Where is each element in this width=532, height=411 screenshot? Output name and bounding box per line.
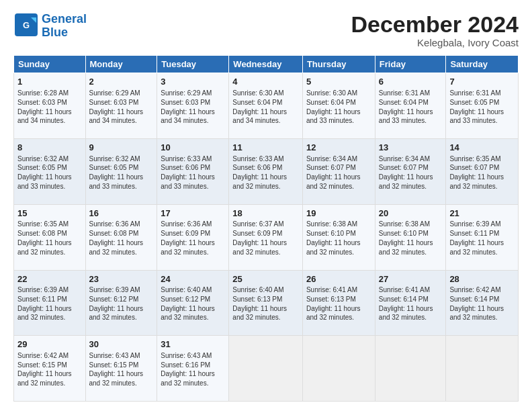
day-number: 4 [232,76,299,88]
calendar-cell: 22Sunrise: 6:39 AM Sunset: 6:11 PM Dayli… [14,270,86,336]
day-content: Sunrise: 6:28 AM Sunset: 6:03 PM Dayligh… [17,89,82,126]
day-number: 27 [379,273,443,285]
day-number: 23 [89,273,154,285]
day-content: Sunrise: 6:29 AM Sunset: 6:03 PM Dayligh… [161,89,225,126]
day-number: 8 [17,142,82,154]
day-content: Sunrise: 6:34 AM Sunset: 6:07 PM Dayligh… [306,154,371,191]
calendar-cell: 8Sunrise: 6:32 AM Sunset: 6:05 PM Daylig… [14,139,86,205]
day-content: Sunrise: 6:39 AM Sunset: 6:12 PM Dayligh… [89,285,154,322]
logo-icon: G [13,12,39,38]
calendar-cell: 17Sunrise: 6:36 AM Sunset: 6:09 PM Dayli… [157,204,229,270]
calendar-cell [375,336,446,402]
day-content: Sunrise: 6:38 AM Sunset: 6:10 PM Dayligh… [379,220,443,257]
day-number: 21 [449,208,515,220]
page: G General Blue December 2024 Kelegbala, … [0,0,532,411]
day-number: 28 [449,273,515,285]
calendar-cell: 30Sunrise: 6:43 AM Sunset: 6:15 PM Dayli… [85,336,157,402]
day-number: 1 [17,76,82,88]
calendar-cell [446,336,519,402]
logo: G General Blue [13,12,87,40]
calendar-cell: 2Sunrise: 6:29 AM Sunset: 6:03 PM Daylig… [85,73,157,139]
day-number: 19 [306,208,371,220]
calendar-cell: 16Sunrise: 6:36 AM Sunset: 6:08 PM Dayli… [85,204,157,270]
day-content: Sunrise: 6:33 AM Sunset: 6:06 PM Dayligh… [232,154,299,191]
day-content: Sunrise: 6:41 AM Sunset: 6:14 PM Dayligh… [379,285,443,322]
day-content: Sunrise: 6:32 AM Sunset: 6:05 PM Dayligh… [17,154,82,191]
calendar-cell: 29Sunrise: 6:42 AM Sunset: 6:15 PM Dayli… [14,336,86,402]
day-number: 15 [17,208,82,220]
day-number: 16 [89,208,154,220]
calendar-cell: 14Sunrise: 6:35 AM Sunset: 6:07 PM Dayli… [446,139,519,205]
day-number: 25 [232,273,299,285]
header-day-wednesday: Wednesday [229,56,303,73]
day-content: Sunrise: 6:43 AM Sunset: 6:15 PM Dayligh… [89,351,154,388]
day-content: Sunrise: 6:30 AM Sunset: 6:04 PM Dayligh… [306,89,371,126]
day-content: Sunrise: 6:43 AM Sunset: 6:16 PM Dayligh… [161,351,225,388]
header-day-sunday: Sunday [14,56,86,73]
logo-name-blue: Blue [42,26,87,40]
day-number: 12 [306,142,371,154]
calendar-cell [302,336,375,402]
day-number: 7 [449,76,515,88]
calendar-cell: 24Sunrise: 6:40 AM Sunset: 6:12 PM Dayli… [157,270,229,336]
calendar-cell: 25Sunrise: 6:40 AM Sunset: 6:13 PM Dayli… [229,270,303,336]
calendar-cell: 3Sunrise: 6:29 AM Sunset: 6:03 PM Daylig… [157,73,229,139]
header: G General Blue December 2024 Kelegbala, … [13,12,519,48]
day-number: 10 [161,142,225,154]
day-number: 29 [17,338,82,351]
calendar-cell: 28Sunrise: 6:42 AM Sunset: 6:14 PM Dayli… [446,270,519,336]
day-content: Sunrise: 6:39 AM Sunset: 6:11 PM Dayligh… [449,220,515,257]
week-row-2: 8Sunrise: 6:32 AM Sunset: 6:05 PM Daylig… [14,139,519,205]
day-content: Sunrise: 6:36 AM Sunset: 6:08 PM Dayligh… [89,220,154,257]
day-content: Sunrise: 6:38 AM Sunset: 6:10 PM Dayligh… [306,220,371,257]
header-row: SundayMondayTuesdayWednesdayThursdayFrid… [14,56,519,73]
day-content: Sunrise: 6:35 AM Sunset: 6:08 PM Dayligh… [17,220,82,257]
calendar-cell: 6Sunrise: 6:31 AM Sunset: 6:04 PM Daylig… [375,73,446,139]
day-content: Sunrise: 6:34 AM Sunset: 6:07 PM Dayligh… [379,154,443,191]
day-content: Sunrise: 6:29 AM Sunset: 6:03 PM Dayligh… [89,89,154,126]
calendar-cell: 13Sunrise: 6:34 AM Sunset: 6:07 PM Dayli… [375,139,446,205]
header-day-tuesday: Tuesday [157,56,229,73]
day-content: Sunrise: 6:36 AM Sunset: 6:09 PM Dayligh… [161,220,225,257]
day-number: 11 [232,142,299,154]
header-day-friday: Friday [375,56,446,73]
day-number: 26 [306,273,371,285]
calendar-cell: 20Sunrise: 6:38 AM Sunset: 6:10 PM Dayli… [375,204,446,270]
header-day-saturday: Saturday [446,56,519,73]
week-row-3: 15Sunrise: 6:35 AM Sunset: 6:08 PM Dayli… [14,204,519,270]
calendar-cell: 19Sunrise: 6:38 AM Sunset: 6:10 PM Dayli… [302,204,375,270]
calendar-cell: 27Sunrise: 6:41 AM Sunset: 6:14 PM Dayli… [375,270,446,336]
day-content: Sunrise: 6:40 AM Sunset: 6:13 PM Dayligh… [232,285,299,322]
day-number: 22 [17,273,82,285]
header-day-monday: Monday [85,56,157,73]
logo-name-general: General [42,13,87,26]
calendar-cell: 4Sunrise: 6:30 AM Sunset: 6:04 PM Daylig… [229,73,303,139]
day-content: Sunrise: 6:31 AM Sunset: 6:05 PM Dayligh… [449,89,515,126]
calendar-cell: 9Sunrise: 6:32 AM Sunset: 6:05 PM Daylig… [85,139,157,205]
day-content: Sunrise: 6:30 AM Sunset: 6:04 PM Dayligh… [232,89,299,126]
day-content: Sunrise: 6:37 AM Sunset: 6:09 PM Dayligh… [232,220,299,257]
day-number: 31 [161,338,225,351]
day-number: 24 [161,273,225,285]
day-content: Sunrise: 6:32 AM Sunset: 6:05 PM Dayligh… [89,154,154,191]
week-row-4: 22Sunrise: 6:39 AM Sunset: 6:11 PM Dayli… [14,270,519,336]
day-number: 9 [89,142,154,154]
day-number: 14 [449,142,515,154]
week-row-5: 29Sunrise: 6:42 AM Sunset: 6:15 PM Dayli… [14,336,519,402]
day-content: Sunrise: 6:40 AM Sunset: 6:12 PM Dayligh… [161,285,225,322]
calendar-cell: 10Sunrise: 6:33 AM Sunset: 6:06 PM Dayli… [157,139,229,205]
calendar-cell: 21Sunrise: 6:39 AM Sunset: 6:11 PM Dayli… [446,204,519,270]
day-number: 2 [89,76,154,88]
day-number: 17 [161,208,225,220]
calendar-cell: 1Sunrise: 6:28 AM Sunset: 6:03 PM Daylig… [14,73,86,139]
day-number: 30 [89,338,154,351]
header-day-thursday: Thursday [302,56,375,73]
location: Kelegbala, Ivory Coast [351,37,519,48]
day-number: 6 [379,76,443,88]
day-content: Sunrise: 6:42 AM Sunset: 6:14 PM Dayligh… [449,285,515,322]
title-block: December 2024 Kelegbala, Ivory Coast [351,12,519,48]
calendar-cell: 11Sunrise: 6:33 AM Sunset: 6:06 PM Dayli… [229,139,303,205]
week-row-1: 1Sunrise: 6:28 AM Sunset: 6:03 PM Daylig… [14,73,519,139]
calendar-table: SundayMondayTuesdayWednesdayThursdayFrid… [13,55,519,402]
calendar-cell: 31Sunrise: 6:43 AM Sunset: 6:16 PM Dayli… [157,336,229,402]
